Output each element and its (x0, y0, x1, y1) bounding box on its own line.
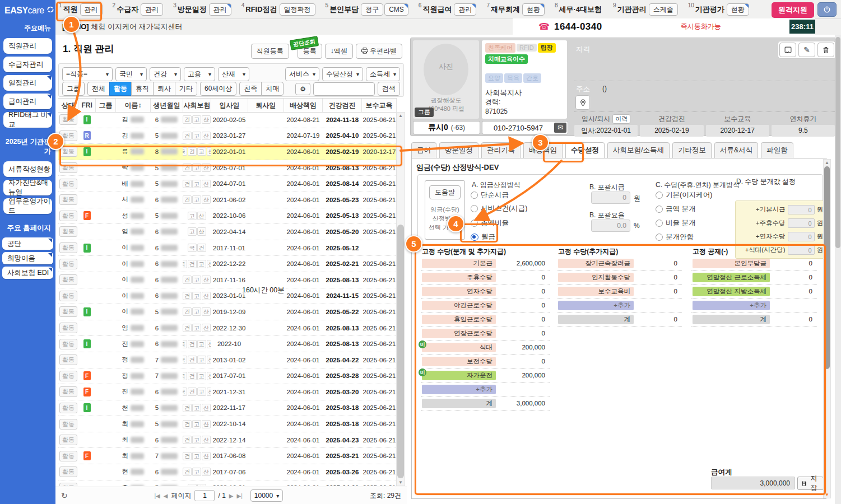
table-row[interactable]: 활동임6건고산2022-12-302024-06-012025-08-13202… (58, 320, 397, 337)
gongdan-register-button[interactable]: 공단조회 등록 (298, 44, 322, 59)
table-row[interactable]: 활동I이6국건2017-11-012024-06-012025-05-12 (58, 240, 397, 256)
radio-icon[interactable] (471, 220, 478, 227)
column-header-생년월일[interactable]: 생년월일 (151, 99, 183, 112)
sidebar-item-사회보험 EDI[interactable]: 사회보험 EDI (2, 267, 53, 279)
table-row[interactable]: 활동I전6국건고산2022-102024-06-012025-08-132025… (58, 336, 397, 352)
filter-select-=직종=[interactable]: =직종=▾ (62, 67, 113, 81)
radio-option-단순시급[interactable]: 단순시급 (471, 190, 509, 200)
detail-tab-급여[interactable]: 급여 (411, 142, 436, 158)
topnav-button-스케줄[interactable]: 스케줄 (649, 3, 678, 16)
table-row[interactable]: 활동F성5고산2022-10-062024-06-012025-05-13202… (58, 208, 397, 225)
detail-tab-배상책임[interactable]: 배상책임 (523, 142, 563, 158)
table-row[interactable]: 활동R김5건고산2023-01-272024-07-192025-04-1020… (58, 128, 397, 144)
next-page-icon[interactable]: ▶ (229, 493, 234, 499)
table-row[interactable]: 활동이6건고산2017-11-162024-06-012025-08-13202… (58, 272, 397, 288)
table-row[interactable]: 활동현6건고산2017-07-062024-06-012025-03-26202… (58, 464, 397, 480)
split-input[interactable]: 0 (788, 245, 815, 255)
table-scrollbar[interactable]: ▲ ▼ (396, 112, 405, 486)
scrollbar-thumb[interactable] (835, 37, 840, 248)
sidebar-item-일정관리[interactable]: 일정관리 (3, 75, 52, 91)
age-filter-button[interactable]: 60세이상 (200, 82, 236, 96)
sidebar-item-급여관리[interactable]: 급여관리 (3, 94, 52, 109)
scroll-down-icon[interactable]: ▼ (824, 492, 830, 497)
detail-tab-서류&서식[interactable]: 서류&서식 (714, 142, 758, 158)
column-header-퇴사일[interactable]: 퇴사일 (248, 99, 284, 112)
radio-option-기본(이지케어)[interactable]: 기본(이지케어) (656, 190, 712, 200)
radio-icon[interactable] (471, 205, 478, 212)
table-row[interactable]: 활동I류8국건고산2022-01-012024-06-012025-02-192… (58, 144, 397, 160)
column-header-그룹[interactable]: 그룹 (96, 99, 116, 112)
status-tab-활동[interactable]: 활동 (109, 82, 132, 96)
sidebar-item-직원관리[interactable]: 직원관리 (3, 38, 52, 54)
filter-select-소득세[interactable]: 소득세▾ (366, 67, 400, 81)
table-row[interactable]: 활동I천5건고산2022-11-172024-06-012025-03-1820… (58, 400, 397, 417)
send-message-button[interactable]: ✉ (554, 123, 566, 133)
table-row[interactable]: 활동F진6국건고산2021-12-312024-06-012025-03-202… (58, 384, 397, 400)
column-header-입사일[interactable]: 입사일 (211, 99, 248, 112)
topnav-item-기관관리[interactable]: 9기관관리스케줄 (613, 2, 679, 17)
filter-tab-친족[interactable]: 친족 (239, 82, 262, 96)
radio-icon[interactable] (656, 206, 663, 213)
topnav-item-RFID점검[interactable]: 4RFID점검일정확정 (241, 2, 317, 17)
topnav-item-기관평가[interactable]: 10기관평가현황 (688, 2, 750, 17)
column-settings-button[interactable]: ⚙ (295, 83, 310, 95)
filter-select-건강[interactable]: 건강▾ (150, 67, 181, 81)
table-row[interactable]: 활동정7국건고산2013-01-022024-06-012025-04-2220… (58, 352, 397, 368)
table-row[interactable]: 활동F최7건고산2017-06-082024-06-012025-03-2120… (58, 448, 397, 464)
power-button[interactable] (817, 2, 837, 17)
radio-icon[interactable] (656, 220, 663, 227)
add-allowance-button[interactable]: +추가 (558, 301, 634, 310)
sidebar-item-RFID태그 비교[interactable]: RFID태그 비교 (3, 112, 52, 128)
search-button[interactable]: 검색 (378, 82, 400, 96)
sidebar-item-자가진단&매뉴얼[interactable]: 자가진단&매뉴얼 (3, 180, 52, 195)
table-row[interactable]: 활동I김6건고산2020-02-052024-08-212024-11-1820… (58, 112, 397, 128)
prev-page-icon[interactable]: ◀ (164, 493, 168, 499)
scrollbar-thumb[interactable] (824, 166, 830, 369)
topnav-button-관리[interactable]: 관리 (141, 3, 163, 16)
sidebar-item-공단[interactable]: 공단 (2, 237, 53, 250)
detail-tab-사회보험/소득세[interactable]: 사회보험/소득세 (607, 142, 670, 158)
radio-icon[interactable] (656, 192, 663, 199)
topnav-item-방문일정[interactable]: 3방문일정관리 (173, 2, 233, 17)
table-row[interactable]: 활동홍5고산2023-10-012024-06-012025-04-012025… (58, 480, 397, 486)
radio-option-월급[interactable]: 월급 (471, 232, 495, 242)
radio-icon[interactable] (471, 234, 478, 241)
detail-tab-방문일정[interactable]: 방문일정 (439, 142, 478, 158)
page-input[interactable]: 1 (194, 490, 215, 501)
table-row[interactable]: 활동염6고산2022-04-142024-06-012025-05-202025… (58, 224, 397, 240)
column-header-FRI[interactable]: FRI (78, 99, 95, 112)
topnav-button-관리[interactable]: 관리 (209, 3, 231, 16)
column-header-상태[interactable]: 상태 (58, 99, 78, 112)
radio-option-분개안함[interactable]: 분개안함 (656, 232, 694, 242)
history-button[interactable]: 이력 (612, 114, 630, 124)
save-button[interactable]: 저장 (797, 477, 824, 490)
search-input[interactable] (313, 82, 375, 96)
first-page-icon[interactable]: |◀ (154, 493, 160, 499)
sidebar-item-서류작성현황[interactable]: 서류작성현황 (3, 161, 52, 177)
group-badge[interactable]: 그룹 (415, 108, 434, 117)
help-button[interactable]: 도움말 (429, 185, 461, 199)
table-row[interactable]: 활동배5건고산2024-07-012024-06-012025-08-14202… (58, 176, 397, 192)
table-row[interactable]: 활동이6건고산2023-01-012024-06-012024-11-15202… (58, 288, 397, 305)
map-pin-button[interactable] (575, 95, 590, 110)
filter-select-서비스[interactable]: 서비스▾ (285, 67, 319, 81)
detail-tab-관리기록[interactable]: 관리기록 (481, 142, 521, 158)
table-header[interactable]: 상태FRI그룹이름↕생년월일사회보험입사일퇴사일배상책임건강검진보수교육 (58, 98, 397, 113)
topnav-item-수급자[interactable]: 2수급자관리 (113, 2, 165, 17)
status-tab-퇴사[interactable]: 퇴사 (153, 82, 175, 96)
split-input[interactable]: 0 (788, 205, 815, 214)
topnav-button-관리[interactable]: 관리 (454, 3, 476, 16)
status-tab-휴직[interactable]: 휴직 (131, 82, 154, 96)
topnav-item-세무·4대보험[interactable]: 8세무·4대보험 (555, 2, 604, 17)
radio-option-비율 분개[interactable]: 비율 분개 (656, 218, 695, 228)
excel-export-button[interactable]: ↓엑셀 (325, 44, 353, 59)
split-input[interactable]: 0 (788, 232, 815, 241)
topnav-button-현황[interactable]: 현황 (727, 3, 749, 16)
inclusive-rate-input[interactable]: 0.0 (591, 220, 630, 232)
scrollbar-thumb[interactable] (397, 225, 404, 478)
filter-tab-치매[interactable]: 치매 (261, 82, 284, 96)
status-tab-기타[interactable]: 기타 (175, 82, 197, 96)
topnav-button-일정확정[interactable]: 일정확정 (280, 3, 315, 16)
table-row[interactable]: 활동박5건고산2025-07-012024-06-012025-08-13202… (58, 160, 397, 176)
status-tab-전체[interactable]: 전체 (87, 82, 110, 96)
